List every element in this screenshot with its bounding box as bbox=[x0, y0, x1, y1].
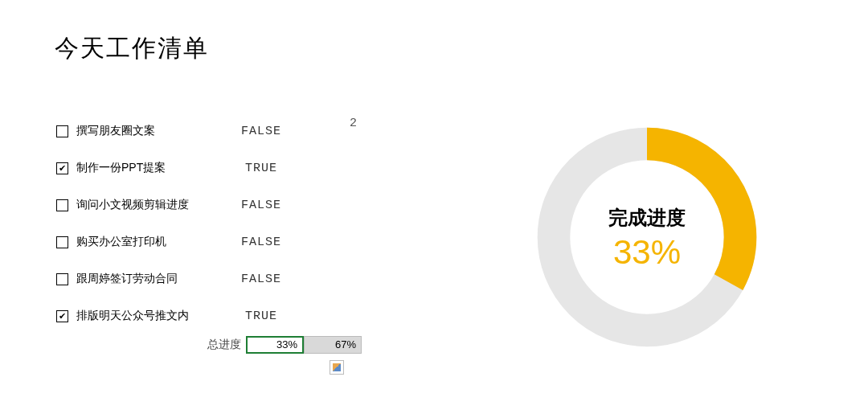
task-status: FALSE bbox=[229, 236, 293, 249]
task-row: ✔ 排版明天公众号推文内 TRUE bbox=[56, 297, 293, 334]
task-label: 排版明天公众号推文内 bbox=[76, 309, 229, 323]
checkbox[interactable] bbox=[56, 273, 68, 285]
count-value: 2 bbox=[350, 117, 357, 130]
task-label: 制作一份PPT提案 bbox=[76, 161, 229, 175]
summary-row: 总进度 33% 67% bbox=[207, 336, 362, 354]
donut-title: 完成进度 bbox=[530, 205, 764, 231]
task-row: 询问小文视频剪辑进度 FALSE bbox=[56, 186, 293, 223]
task-list: 撰写朋友圈文案 FALSE ✔ 制作一份PPT提案 TRUE 询问小文视频剪辑进… bbox=[56, 113, 293, 334]
task-status: FALSE bbox=[229, 125, 293, 138]
task-row: ✔ 制作一份PPT提案 TRUE bbox=[56, 150, 293, 186]
summary-label: 总进度 bbox=[207, 338, 241, 352]
task-status: TRUE bbox=[229, 309, 293, 323]
task-row: 撰写朋友圈文案 FALSE bbox=[56, 113, 293, 150]
task-row: 购买办公室打印机 FALSE bbox=[56, 223, 293, 260]
task-label: 撰写朋友圈文案 bbox=[76, 124, 229, 138]
checkbox[interactable] bbox=[56, 125, 68, 137]
page-title: 今天工作清单 bbox=[55, 32, 209, 65]
donut-percent: 33% bbox=[530, 233, 764, 272]
paste-options-icon[interactable] bbox=[330, 360, 344, 375]
task-label: 询问小文视频剪辑进度 bbox=[76, 198, 229, 212]
checkbox[interactable] bbox=[56, 199, 68, 211]
task-status: TRUE bbox=[229, 162, 293, 175]
cell-done-pct[interactable]: 33% bbox=[246, 336, 304, 354]
checkbox[interactable]: ✔ bbox=[56, 162, 68, 174]
task-label: 购买办公室打印机 bbox=[76, 235, 229, 249]
task-status: FALSE bbox=[229, 199, 293, 212]
cell-remain-pct[interactable]: 67% bbox=[304, 336, 362, 354]
task-label: 跟周婷签订劳动合同 bbox=[76, 272, 229, 286]
task-row: 跟周婷签订劳动合同 FALSE bbox=[56, 260, 293, 297]
checkbox[interactable]: ✔ bbox=[56, 310, 68, 322]
progress-donut-chart: 完成进度 33% bbox=[530, 121, 764, 354]
task-status: FALSE bbox=[229, 273, 293, 286]
checkbox[interactable] bbox=[56, 236, 68, 248]
